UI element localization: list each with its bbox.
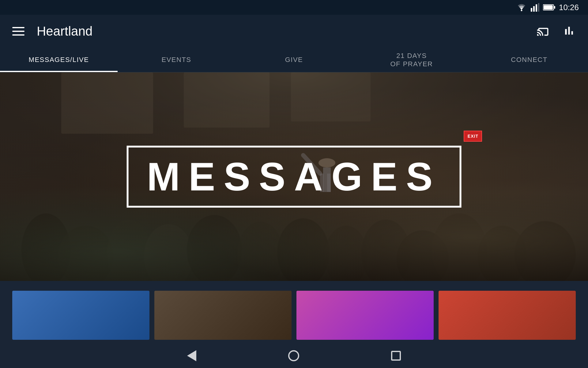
tab-connect[interactable]: CONNECT [470, 48, 588, 72]
recents-icon [391, 351, 401, 361]
tab-give[interactable]: GIVE [235, 48, 353, 72]
wifi-icon [516, 3, 527, 12]
battery-icon [543, 4, 555, 11]
thumbnail-1[interactable] [12, 291, 149, 340]
nav-tabs: MESSAGES/LIVE EVENTS GIVE 21 DAYSOF PRAY… [0, 48, 588, 72]
svg-rect-7 [544, 5, 553, 10]
svg-point-0 [521, 10, 522, 11]
tab-21days[interactable]: 21 DAYSOF PRAYER [353, 48, 470, 72]
home-button[interactable] [288, 350, 299, 361]
recents-button[interactable] [391, 351, 401, 361]
signal-icon [531, 3, 539, 12]
thumbnail-4[interactable] [439, 291, 576, 340]
svg-rect-2 [533, 6, 535, 12]
system-nav [0, 343, 588, 368]
thumbnail-3[interactable] [296, 291, 434, 340]
status-bar: 10:26 [0, 0, 588, 15]
svg-rect-1 [531, 8, 532, 12]
app-bar-left: Heartland [12, 24, 92, 39]
home-icon [288, 350, 299, 361]
back-button[interactable] [187, 350, 196, 361]
content-thumbnails [0, 281, 588, 340]
status-icons: 10:26 [516, 3, 579, 12]
menu-button[interactable] [12, 27, 24, 36]
back-icon [187, 350, 196, 361]
app-title: Heartland [37, 24, 92, 39]
tab-events[interactable]: EVENTS [118, 48, 235, 72]
messages-hero-text: MESSAGES [147, 157, 441, 197]
hero-section: EXIT MESSAGES [0, 72, 588, 281]
svg-rect-3 [536, 4, 537, 12]
analytics-button[interactable] [562, 24, 576, 39]
svg-rect-6 [554, 6, 555, 9]
app-bar-right [537, 24, 576, 39]
status-time: 10:26 [559, 3, 579, 12]
thumbnail-2[interactable] [154, 291, 292, 340]
messages-hero-box: MESSAGES [127, 146, 462, 208]
app-bar: Heartland [0, 15, 588, 48]
svg-rect-4 [538, 3, 539, 12]
tab-messages-live[interactable]: MESSAGES/LIVE [0, 48, 118, 72]
cast-button[interactable] [537, 24, 550, 39]
